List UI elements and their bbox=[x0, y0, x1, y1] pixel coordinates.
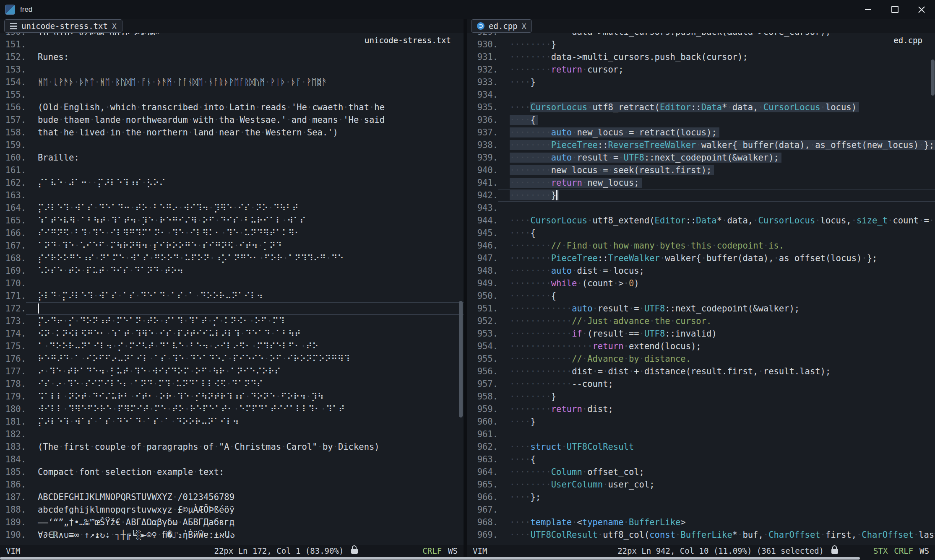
code-line[interactable]: 173.⡍⠔⠙⠖·⡊·⠙⠕⠝⠰⠞·⠍⠑⠁⠝·⠞⠕·⠎⠁⠹·⠹⠁⠞·⡊·⠅⠝⠪⠂·… bbox=[0, 315, 464, 327]
code-line[interactable]: 930.········} bbox=[467, 38, 935, 51]
code-line[interactable]: 960.····} bbox=[467, 415, 935, 428]
line-content: ⠁⠝⠙·⠹⠑·⠡⠊⠑⠋·⠍⠳⠗⠝⠻⠲·⡎⠊⠗⠕⠕⠛⠑·⠎⠊⠛⠝⠫·⠊⠞⠲·⡁⠝⠙ bbox=[26, 239, 464, 252]
code-line[interactable]: 945.····{ bbox=[467, 227, 935, 239]
code-line[interactable]: 966.····}; bbox=[467, 491, 935, 503]
code-line[interactable]: 962.····struct·UTF8ColResult bbox=[467, 441, 935, 453]
code-line[interactable]: 941.········return·new_locus; bbox=[467, 176, 935, 189]
code-line[interactable]: 943. bbox=[467, 202, 935, 214]
code-line[interactable]: 176.⠗⠑⠛⠜⠙·⠁·⠊⠕⠋⠋⠔⠤⠝⠁⠊⠇·⠁⠎·⠹⠑·⠙⠑⠁⠙⠑⠌·⠏⠊⠑⠊… bbox=[0, 353, 464, 365]
code-line[interactable]: 166.⠎⠊⠛⠝⠫·⠃⠹·⠹⠑·⠊⠇⠻⠛⠹⠍⠁⠝⠂·⠹⠑·⠊⠇⠻⠅⠂·⠹⠑·⠥⠝… bbox=[0, 227, 464, 239]
line-content: ········} bbox=[498, 189, 935, 202]
code-line[interactable]: 155. bbox=[0, 88, 464, 101]
code-line[interactable]: 933.····} bbox=[467, 76, 935, 88]
code-line[interactable]: 968.····template·<typename·BufferLike> bbox=[467, 516, 935, 529]
code-line[interactable]: 939.········auto·result·=·UTF8::next_cod… bbox=[467, 151, 935, 164]
line-content: ····{ bbox=[498, 453, 935, 466]
code-line[interactable]: 169.⠡⠕⠎⠑·⠞⠕·⠏⠥⠞·⠙⠊⠎·⠙⠁⠝⠙·⠞⠕⠲ bbox=[0, 264, 464, 277]
code-line[interactable]: 188.abcdefghijklmnopqrstuvwxyz·£©µÀÆÖÞßé… bbox=[0, 503, 464, 516]
code-line[interactable]: 946.········//·Find·out·how·many·bytes·t… bbox=[467, 239, 935, 252]
code-line[interactable]: 190.∀∂∈ℝ∧∪≡∞·↑↗↨↻⇣·┐┼╔╘░►☺♀·ﬁ�⑀₂ἠḂӥẄɐː⍎א… bbox=[0, 529, 464, 541]
code-line[interactable]: 938.········PieceTree::ReverseTreeWalker… bbox=[467, 139, 935, 151]
code-line[interactable]: 164.⡍⠜⠇⠑⠹·⠺⠁⠎·⠙⠑⠁⠙⠒·⠞⠕·⠃⠑⠛⠔·⠺⠊⠹⠲·⡹⠻⠑·⠊⠎·… bbox=[0, 202, 464, 214]
code-line[interactable]: 944.····CursorLocus·utf8_extend(Editor::… bbox=[467, 214, 935, 227]
lock-icon[interactable] bbox=[831, 549, 838, 554]
code-line[interactable]: 170. bbox=[0, 277, 464, 290]
close-button[interactable] bbox=[908, 0, 935, 19]
code-line[interactable]: 954.················return·extend(locus)… bbox=[467, 340, 935, 353]
code-line[interactable]: 180.⠺⠊⠇⠇·⠹⠻⠑⠋⠕⠗⠑·⠏⠻⠍⠊⠞·⠍⠑·⠞⠕·⠗⠑⠏⠑⠁⠞⠂·⠑⠍⠏… bbox=[0, 403, 464, 415]
code-line[interactable]: 161. bbox=[0, 164, 464, 176]
code-line[interactable]: 182. bbox=[0, 428, 464, 441]
code-line[interactable]: 178.⠊⠎·⠔·⠹⠑·⠎⠊⠍⠊⠇⠑⠆·⠁⠝⠙·⠍⠹·⠥⠝⠙⠁⠇⠇⠪⠫·⠙⠁⠝⠙… bbox=[0, 378, 464, 390]
code-line[interactable]: 174.⠪⠝·⠅⠝⠪⠇⠫⠛⠑⠂·⠱⠁⠞·⠹⠻⠑·⠊⠎·⠏⠜⠞⠊⠊⠥⠇⠜⠇⠹·⠙⠑… bbox=[0, 327, 464, 340]
code-line[interactable]: 932.········return·cursor; bbox=[467, 63, 935, 76]
code-line[interactable]: 965.········UserColumn·user_col; bbox=[467, 478, 935, 491]
code-line[interactable]: 184. bbox=[0, 453, 464, 466]
code-line[interactable]: 175.⠁·⠙⠕⠕⠗⠤⠝⠁⠊⠇⠲·⡊·⠍⠊⠣⠞·⠙⠁⠧⠑·⠃⠑⠲·⠔⠊⠇⠔⠫⠂·… bbox=[0, 340, 464, 353]
code-line[interactable]: 931.········data->multi_cursors.push_bac… bbox=[467, 51, 935, 63]
code-line[interactable]: 957.············--count; bbox=[467, 378, 935, 390]
tab-unicode-stress[interactable]: unicode-stress.txt X bbox=[4, 19, 122, 33]
code-line[interactable]: 964.········Column·offset_col; bbox=[467, 466, 935, 478]
split-view: unicode-stress.txt X unicode-stress.txt … bbox=[0, 19, 935, 557]
code-line[interactable]: 940.········new_locus·=·seek(result.firs… bbox=[467, 164, 935, 176]
code-line[interactable]: 165.⠱⠁⠞⠑⠧⠻·⠁⠃⠳⠞·⠹⠁⠞⠲·⡹⠑·⠗⠑⠛⠊⠌⠻·⠕⠋·⠙⠊⠎·⠃⠥… bbox=[0, 214, 464, 227]
code-line[interactable]: 179.⠩⠁⠇⠇·⠝⠕⠞·⠙⠊⠌⠥⠗⠃·⠊⠞⠂·⠕⠗·⠹⠑·⡊⠳⠝⠞⠗⠹⠰⠎·⠙… bbox=[0, 390, 464, 403]
code-line[interactable]: 967. bbox=[467, 503, 935, 516]
code-line[interactable]: 156.(Old·English,·which·transcribed·into… bbox=[0, 101, 464, 114]
code-line[interactable]: 952.············//·Just·advance·the·curs… bbox=[467, 315, 935, 327]
tab-close-icon[interactable]: X bbox=[522, 22, 526, 31]
horizontal-scrollbar-thumb[interactable] bbox=[0, 557, 860, 560]
code-line[interactable]: 958.········} bbox=[467, 390, 935, 403]
code-line[interactable]: 953.············if·(result·==·UTF8::inva… bbox=[467, 327, 935, 340]
code-line[interactable]: 154.ᚻᛖ·ᚳᚹᚫᚦ·ᚦᚫᛏ·ᚻᛖ·ᛒᚢᛞᛖ·ᚩᚾ·ᚦᚫᛗ·ᛚᚪᚾᛞᛖ·ᚾᚩᚱ… bbox=[0, 76, 464, 88]
code-line[interactable]: 171.⡕⠇⠙·⡍⠜⠇⠑⠹·⠺⠁⠎·⠁⠎·⠙⠑⠁⠙·⠁⠎·⠁·⠙⠕⠕⠗⠤⠝⠁⠊⠇… bbox=[0, 290, 464, 302]
code-line[interactable]: 969.····UTF8ColResult·utf8_col(const·Buf… bbox=[467, 529, 935, 541]
pane-divider[interactable] bbox=[464, 19, 467, 557]
code-line[interactable]: 168.⡎⠊⠗⠕⠕⠛⠑⠰⠎·⠝⠁⠍⠑·⠺⠁⠎·⠛⠕⠕⠙·⠥⠏⠕⠝·⠰⡡⠁⠝⠛⠑⠂… bbox=[0, 252, 464, 264]
line-number: 190. bbox=[0, 529, 26, 541]
right-vertical-scrollbar-thumb[interactable] bbox=[931, 60, 935, 96]
code-line[interactable]: 153. bbox=[0, 63, 464, 76]
code-line[interactable]: 963.····{ bbox=[467, 453, 935, 466]
code-line[interactable]: 177.⠔·⠹⠑·⠞⠗⠁⠙⠑⠲·⡃⠥⠞·⠹⠑·⠺⠊⠎⠙⠕⠍·⠕⠋·⠳⠗·⠁⠝⠊⠑… bbox=[0, 365, 464, 378]
left-vertical-scrollbar-thumb[interactable] bbox=[459, 301, 463, 417]
left-editor[interactable]: unicode-stress.txt 150.ቀስ·በቀስ፥·ዕንቁላል·በእግ… bbox=[0, 33, 464, 545]
code-line[interactable]: 951.············auto·result·=·UTF8::next… bbox=[467, 302, 935, 315]
code-line[interactable]: 942.········} bbox=[467, 189, 935, 202]
code-line[interactable]: 935.····CursorLocus·utf8_retract(Editor:… bbox=[467, 101, 935, 114]
tab-close-icon[interactable]: X bbox=[112, 22, 117, 31]
code-line[interactable]: 162.⡌⠁⠧⠑·⠼⠁⠒··⡍⠜⠇⠑⠹⠰⠎·⡣⠕⠌ bbox=[0, 176, 464, 189]
tab-ed-cpp[interactable]: ed.cpp X bbox=[471, 19, 532, 33]
code-line[interactable]: 961. bbox=[467, 428, 935, 441]
code-line[interactable]: 152.Runes: bbox=[0, 51, 464, 63]
code-line[interactable]: 955.············//·Advance·by·distance. bbox=[467, 353, 935, 365]
code-line[interactable]: 949.········while·(count·>·0) bbox=[467, 277, 935, 290]
lock-icon[interactable] bbox=[351, 549, 358, 554]
code-line[interactable]: 183.(The·first·couple·of·paragraphs·of·"… bbox=[0, 441, 464, 453]
minimize-button[interactable] bbox=[854, 0, 881, 19]
code-line[interactable]: 936.····{ bbox=[467, 114, 935, 126]
code-line[interactable]: 159. bbox=[0, 139, 464, 151]
code-line[interactable]: 937.········auto·new_locus·=·retract(loc… bbox=[467, 126, 935, 139]
code-line[interactable]: 929.············data->multi_cursors.push… bbox=[467, 33, 935, 38]
code-line[interactable]: 157.bude·thaem·lande·northweardum·with·t… bbox=[0, 114, 464, 126]
code-line[interactable]: 186. bbox=[0, 478, 464, 491]
code-line[interactable]: 185.Compact·font·selection·example·text: bbox=[0, 466, 464, 478]
code-line[interactable]: 950.········{ bbox=[467, 290, 935, 302]
code-line[interactable]: 947.········PieceTree::TreeWalker·walker… bbox=[467, 252, 935, 264]
code-line[interactable]: 160.Braille: bbox=[0, 151, 464, 164]
code-line[interactable]: 167.⠁⠝⠙·⠹⠑·⠡⠊⠑⠋·⠍⠳⠗⠝⠻⠲·⡎⠊⠗⠕⠕⠛⠑·⠎⠊⠛⠝⠫·⠊⠞⠲… bbox=[0, 239, 464, 252]
code-line[interactable]: 172. bbox=[0, 302, 464, 315]
code-line[interactable]: 934. bbox=[467, 88, 935, 101]
code-line[interactable]: 189.–—‘“”„†•…‰™œŠŸž€·ΑΒΓΔΩαβγδω·АБВГДабв… bbox=[0, 516, 464, 529]
code-line[interactable]: 163. bbox=[0, 189, 464, 202]
code-line[interactable]: 187.ABCDEFGHIJKLMNOPQRSTUVWXYZ·/01234567… bbox=[0, 491, 464, 503]
maximize-button[interactable] bbox=[881, 0, 908, 19]
code-line[interactable]: 956.············dist·=·dist·+·distance(r… bbox=[467, 365, 935, 378]
code-line[interactable]: 158.that·he·lived·in·the·northern·land·n… bbox=[0, 126, 464, 139]
code-line[interactable]: 181.⡍⠜⠇⠑⠹·⠺⠁⠎·⠁⠎·⠙⠑⠁⠙·⠁⠎·⠁·⠙⠕⠕⠗⠤⠝⠁⠊⠇⠲ bbox=[0, 415, 464, 428]
code-line[interactable]: 959.········return·dist; bbox=[467, 403, 935, 415]
right-editor[interactable]: ed.cpp 929.············data->multi_curso… bbox=[467, 33, 935, 545]
code-line[interactable]: 948.········auto·dist·=·locus; bbox=[467, 264, 935, 277]
